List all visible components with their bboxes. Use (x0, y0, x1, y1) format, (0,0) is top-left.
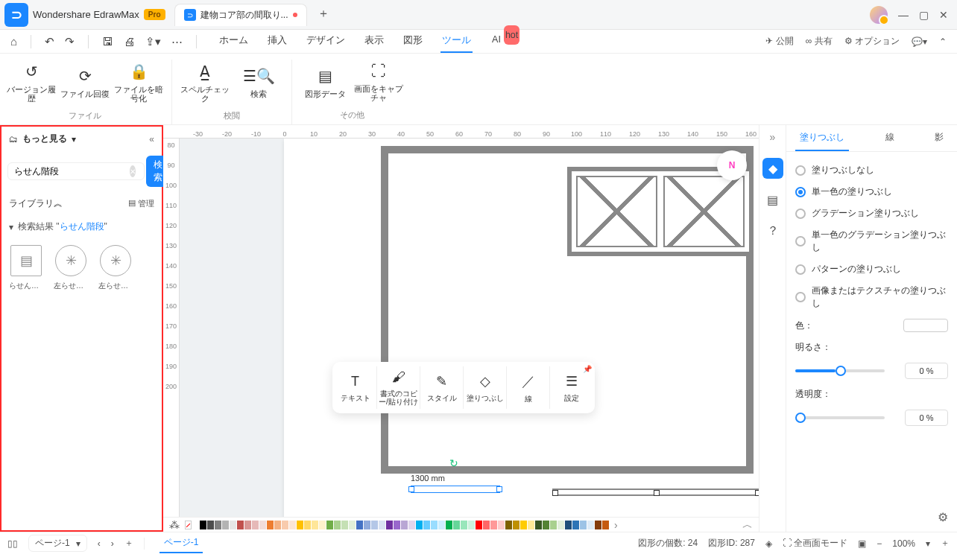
radio-gradient[interactable]: グラデーション塗りつぶし (795, 207, 948, 220)
color-swatch[interactable] (543, 521, 549, 529)
close-button[interactable]: ✕ (939, 9, 948, 21)
no-fill-swatch[interactable] (185, 521, 192, 529)
next-page-button[interactable]: › (111, 538, 114, 549)
color-swatch[interactable] (490, 521, 497, 529)
redo-button[interactable]: ↷ (65, 35, 75, 48)
color-swatch[interactable] (565, 521, 572, 529)
menu-insert[interactable]: 挿入 (266, 30, 288, 53)
color-swatch[interactable] (267, 521, 274, 529)
color-swatch[interactable] (446, 521, 452, 529)
color-swatch[interactable] (587, 521, 594, 529)
export-button[interactable]: ⇪▾ (145, 35, 161, 48)
color-swatch[interactable] (476, 521, 482, 529)
minimize-button[interactable]: — (898, 9, 909, 21)
floorplan-shape[interactable] (381, 146, 754, 474)
page-tab[interactable]: ページ-1 (160, 533, 203, 553)
opacity-value[interactable]: 0 % (905, 410, 948, 426)
fit-button[interactable]: ▣ (858, 538, 866, 549)
color-swatch[interactable] (207, 521, 214, 529)
color-swatch[interactable] (431, 521, 438, 529)
color-swatch[interactable] (341, 521, 348, 529)
color-swatch[interactable] (274, 521, 281, 529)
color-swatch[interactable] (423, 521, 430, 529)
publish-button[interactable]: ✈ 公開 (765, 35, 793, 48)
add-tab-button[interactable]: ＋ (313, 4, 334, 25)
color-swatch[interactable] (550, 521, 557, 529)
color-swatch[interactable] (595, 521, 601, 529)
proptab-line[interactable]: 線 (881, 125, 899, 151)
collapse-proppane-button[interactable]: » (770, 131, 776, 143)
menu-tool[interactable]: ツール (440, 30, 473, 53)
radio-single-gradient[interactable]: 単一色のグラデーション塗りつぶし (795, 229, 948, 254)
clear-search-button[interactable]: ✕ (130, 165, 136, 177)
radio-none[interactable]: 塗りつぶしなし (795, 164, 948, 176)
color-swatch[interactable] (244, 521, 251, 529)
color-swatch[interactable] (349, 521, 356, 529)
rail-help-icon[interactable]: ？ (762, 220, 783, 241)
radio-solid[interactable]: 単一色の塗りつぶし (795, 185, 948, 198)
color-swatch[interactable] (192, 521, 199, 529)
menu-home[interactable]: ホーム (218, 30, 250, 53)
color-swatch[interactable] (304, 521, 311, 529)
encrypt-button[interactable]: 🔒ファイルを暗号化 (112, 60, 165, 106)
brightness-slider[interactable] (795, 369, 885, 372)
library-collapse-icon[interactable]: ︽ (54, 197, 63, 210)
color-scroll-icon[interactable]: › (614, 519, 618, 531)
color-swatch[interactable] (401, 521, 408, 529)
radio-image[interactable]: 画像またはテクスチャの塗りつぶし (795, 284, 948, 310)
color-swatch[interactable] (416, 521, 423, 529)
home-icon[interactable]: ⌂ (10, 35, 17, 48)
page-selector[interactable]: ページ-1▾ (28, 535, 87, 552)
stencil-item[interactable]: ✳左らせん… (98, 245, 133, 291)
color-swatch[interactable] (483, 521, 490, 529)
color-swatch[interactable] (259, 521, 266, 529)
color-swatch[interactable] (438, 521, 445, 529)
result-chevron-icon[interactable]: ▾ (9, 222, 13, 232)
stencil-item[interactable]: ✳左らせん… (54, 245, 88, 291)
color-swatch[interactable] (289, 521, 296, 529)
color-swatch[interactable] (505, 521, 512, 529)
color-swatch[interactable] (312, 521, 318, 529)
color-swatch[interactable] (408, 521, 415, 529)
selected-shape[interactable] (411, 486, 500, 493)
float-style-button[interactable]: ✎スタイル (420, 366, 464, 409)
float-format-button[interactable]: 🖌書式のコピー/貼り付け (377, 366, 420, 409)
color-swatch[interactable] (580, 521, 587, 529)
canvas-page[interactable]: ↻ 1300 mm (284, 139, 759, 517)
float-fill-button[interactable]: ◇塗りつぶし (464, 366, 507, 409)
color-swatch[interactable] (371, 521, 378, 529)
canvas-stage[interactable]: ↻ 1300 mm N 📌 Tテキスト 🖌書式のコピー/貼り付け ✎スタイル ◇… (180, 139, 759, 517)
opacity-slider[interactable] (795, 416, 885, 419)
menu-ai[interactable]: AIhot (489, 30, 521, 53)
color-swatch[interactable] (222, 521, 229, 529)
color-swatch[interactable] (230, 521, 236, 529)
color-swatch[interactable] (356, 521, 363, 529)
add-page-button[interactable]: ＋ (124, 537, 133, 550)
version-history-button[interactable]: ↺バージョン履歴 (4, 60, 58, 106)
color-swatch[interactable] (386, 521, 393, 529)
color-swatch[interactable] (326, 521, 333, 529)
color-swatch-picker[interactable] (903, 319, 948, 332)
undo-button[interactable]: ↶ (45, 35, 54, 48)
color-swatch[interactable] (461, 521, 467, 529)
eyedropper-button[interactable]: ⁂ (169, 519, 180, 531)
proptab-shadow[interactable]: 影 (930, 125, 948, 151)
color-swatch[interactable] (334, 521, 341, 529)
prev-page-button[interactable]: ‹ (98, 538, 101, 549)
more-see[interactable]: もっと見る (22, 133, 67, 145)
color-swatch[interactable] (602, 521, 609, 529)
file-recover-button[interactable]: ⟳ファイル回復 (58, 60, 112, 106)
color-swatch[interactable] (498, 521, 505, 529)
more-dropdown-icon[interactable]: ▾ (72, 134, 76, 144)
capture-button[interactable]: ⛶画面をキャプチャ (352, 60, 405, 105)
menu-shape[interactable]: 図形 (402, 30, 424, 53)
color-swatch[interactable] (528, 521, 534, 529)
zoom-level[interactable]: 100% (892, 538, 915, 549)
color-expand-icon[interactable]: ︿ (742, 518, 753, 532)
layout-toggle-icon[interactable]: ▯▯ (7, 538, 18, 549)
color-swatch[interactable] (453, 521, 460, 529)
collapse-sidepane-button[interactable]: « (149, 134, 154, 144)
options-button[interactable]: ⚙ オプション (844, 35, 900, 48)
doc-tab[interactable]: ⊃ 建物コア部の間取り... (174, 4, 307, 26)
color-swatch[interactable] (319, 521, 326, 529)
